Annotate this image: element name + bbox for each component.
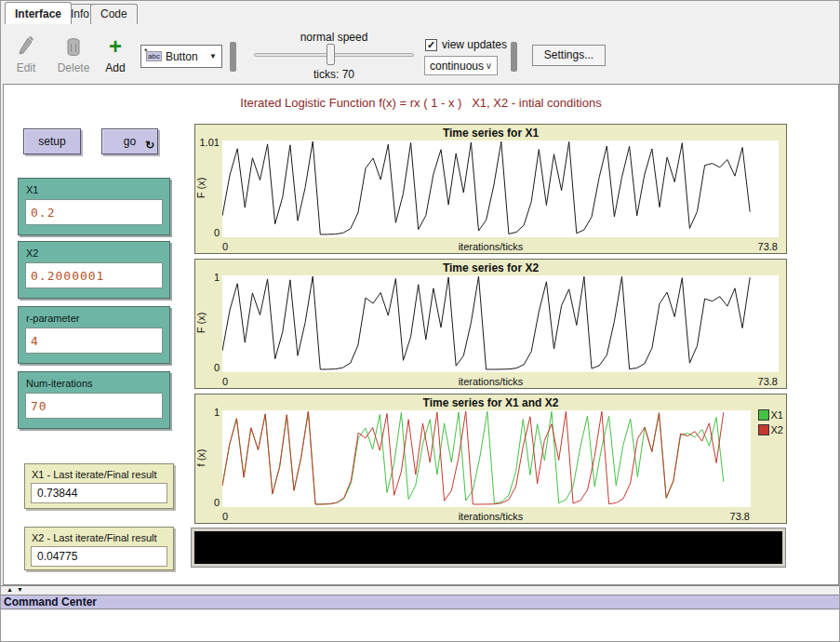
legend-label-x1: X1 [771,409,783,421]
x-axis-max-tick: 73.8 [730,511,750,522]
input-x1-label: X1 [19,179,169,199]
y-axis-min-tick: 0 [195,497,220,508]
add-widget-button[interactable]: + Add [101,35,129,74]
x-axis-max-tick: 73.8 [758,376,778,387]
delete-button[interactable]: Delete [55,35,92,74]
command-center-title: Command Center [4,595,97,609]
legend-item-x1: X1 [758,409,783,421]
input-r-parameter-label: r-parameter [19,307,169,328]
legend-swatch-x1 [758,409,769,421]
forever-icon: ↻ [145,139,154,152]
widget-type-value: Button [166,50,198,63]
input-num-iterations-field[interactable] [25,393,163,419]
netlogo-window: Interface Info Code Edit Delete + Add *a… [0,0,840,642]
input-r-parameter-field[interactable] [25,328,163,354]
world-view [192,528,785,567]
settings-button[interactable]: Settings... [532,45,606,66]
legend-swatch-x2 [758,424,769,435]
tab-interface[interactable]: Interface [5,2,72,24]
plot-time-series-x1-x2: Time series for X1 and X2 1 f (x) 0 0 it… [194,394,787,524]
plot-legend: X1 X2 [758,409,783,435]
speed-slider-label: normal speed [252,31,416,44]
collapse-expand-icons: ▲▼ [7,586,27,593]
pencil-icon [12,35,40,60]
monitor-x1-label: X1 - Last iterate/Final result [25,464,173,483]
plot-time-series-x2: Time series for X2 1 F (x) 0 0 iteration… [194,259,787,389]
plot-time-series-x1: Time series for X1 1.01 F (x) 0 0 iterat… [194,124,787,254]
plot-title: Time series for X2 [195,261,786,274]
input-x1-field[interactable] [25,199,163,225]
monitor-x1-value: 0.73844 [31,483,167,503]
trash-icon [55,35,92,60]
command-center-resize-handle[interactable]: ▲▼ [1,585,839,595]
widget-type-dropdown[interactable]: *abc Button ▼ [140,45,222,68]
view-updates-checkbox[interactable]: ✓ [425,39,437,51]
x-axis-label: iterations/ticks [195,511,786,522]
input-num-iterations: Num-iterations [18,371,170,429]
input-x1: X1 [18,178,170,235]
ticks-counter: ticks: 70 [252,68,416,81]
x-axis-label: iterations/ticks [195,376,786,387]
tab-bar: Interface Info Code [1,1,839,24]
plot-title: Time series for X1 [195,127,786,140]
monitor-x2-label: X2 - Last iterate/Final result [25,528,173,546]
plot-area [222,275,779,372]
toolbar-separator [230,42,236,72]
y-axis-min-tick: 0 [195,227,220,238]
toolbar: Edit Delete + Add *abc Button ▼ normal s… [1,24,839,84]
model-title-note: Iterated Logistic Function f(x) = rx ( 1… [4,96,838,110]
tab-code[interactable]: Code [90,4,138,24]
update-mode-value: continuous [430,60,484,73]
input-r-parameter: r-parameter [18,306,170,364]
y-axis-max-tick: 1 [195,407,220,418]
monitor-x2-final: X2 - Last iterate/Final result 0.04775 [24,527,174,570]
chevron-down-icon: ∨ [486,60,492,71]
go-button[interactable]: go ↻ [101,128,158,154]
plus-icon: + [101,35,129,60]
monitor-x2-value: 0.04775 [31,546,167,567]
speed-slider-thumb[interactable] [327,44,335,65]
input-x2-field[interactable] [25,262,163,288]
button-widget-icon: *abc [146,51,162,61]
x-axis-label: iterations/ticks [195,241,786,252]
add-label: Add [105,61,125,74]
y-axis-label: f (x) [195,437,207,478]
plot-title: Time series for X1 and X2 [195,396,786,409]
legend-label-x2: X2 [771,424,783,435]
delete-label: Delete [58,61,90,74]
plot-area [222,410,751,507]
input-x2: X2 [18,241,170,299]
y-axis-label: F (x) [195,167,207,208]
y-axis-max-tick: 1.01 [195,137,220,148]
monitor-x1-final: X1 - Last iterate/Final result 0.73844 [24,463,174,509]
view-updates-label: view updates [442,38,507,51]
command-center-body[interactable] [1,610,839,642]
dropdown-arrow-icon: ▼ [209,52,217,60]
edit-button[interactable]: Edit [12,35,40,74]
y-axis-max-tick: 1 [195,272,220,283]
y-axis-label: F (x) [195,302,207,343]
setup-button[interactable]: setup [23,128,81,154]
input-x2-label: X2 [19,242,169,262]
command-center-header: Command Center [1,595,839,609]
setup-button-label: setup [24,129,80,154]
x-axis-max-tick: 73.8 [758,241,778,252]
interface-canvas: Iterated Logistic Function f(x) = rx ( 1… [3,84,839,585]
plot-area [222,140,779,237]
toolbar-separator [511,42,517,72]
input-num-iterations-label: Num-iterations [19,372,169,393]
y-axis-min-tick: 0 [195,362,220,373]
update-mode-dropdown[interactable]: continuous ∨ [424,56,498,75]
legend-item-x2: X2 [758,424,783,435]
edit-label: Edit [17,61,36,74]
